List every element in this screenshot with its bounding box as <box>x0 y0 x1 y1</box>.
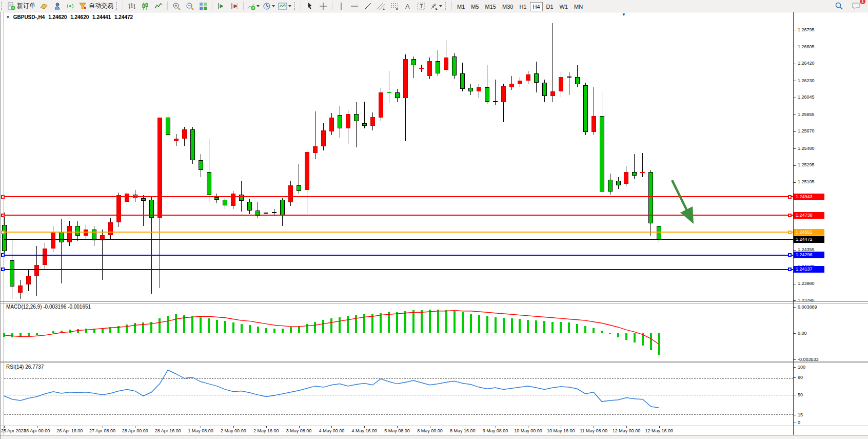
candle-body <box>34 265 39 276</box>
trend-arrow-annotation[interactable] <box>672 180 692 220</box>
zoom-out-button[interactable] <box>183 1 196 12</box>
new-order-button[interactable]: 新订单 <box>6 1 37 12</box>
candle-body <box>403 59 408 98</box>
time-tick <box>70 426 70 428</box>
toolbar-drag-handle[interactable] <box>445 2 448 10</box>
candle-chart-button[interactable] <box>139 1 152 12</box>
toolbar-drag-handle[interactable] <box>116 2 120 10</box>
time-tick-label: 12 May 00:00 <box>613 428 641 433</box>
line-chart-button[interactable] <box>152 1 165 12</box>
candle-body <box>608 180 613 192</box>
svg-text:E: E <box>383 7 385 10</box>
svg-text:T: T <box>420 3 423 9</box>
crosshair-button[interactable] <box>317 1 330 12</box>
chart-shift-button[interactable] <box>228 1 241 12</box>
price-tick-label: 1.25295 <box>798 162 815 167</box>
line-anchor-marker[interactable] <box>788 195 792 199</box>
candle-body <box>2 225 7 251</box>
rsi-axis-label: 100 <box>798 365 805 370</box>
auto-scroll-button[interactable] <box>214 1 228 12</box>
panel-splitter[interactable] <box>0 362 868 363</box>
ohlc-close: 1.24472 <box>114 14 133 20</box>
timeframe-m1[interactable]: M1 <box>455 2 467 11</box>
window-bottom-strip <box>0 435 868 439</box>
templates-button[interactable] <box>277 1 293 12</box>
timeframe-h4[interactable]: H4 <box>530 2 542 11</box>
horizontal-level-line[interactable] <box>4 215 793 216</box>
panel-splitter[interactable] <box>0 303 868 303</box>
candle-body <box>174 139 179 141</box>
candle-body <box>297 185 301 191</box>
rsi-value: 26.7737 <box>25 364 44 370</box>
candle-body <box>305 152 309 190</box>
time-tick <box>331 426 332 428</box>
channel-button[interactable]: E <box>374 1 388 12</box>
vertical-line-icon <box>338 2 345 10</box>
time-tick <box>233 426 234 428</box>
profile-button[interactable] <box>50 1 64 12</box>
vertical-line-button[interactable] <box>334 1 348 12</box>
timeframe-mn[interactable]: MN <box>571 2 585 11</box>
time-tick-label: 26 Apr 16:00 <box>56 428 83 433</box>
timeframe-d1[interactable]: D1 <box>544 2 556 11</box>
text-button[interactable]: A <box>401 1 415 12</box>
macd-histogram-bar <box>257 327 259 333</box>
candle-body <box>247 202 252 211</box>
macd-axis-label: 0.00 <box>798 331 807 336</box>
candle-body <box>280 200 285 215</box>
periods-button[interactable] <box>261 1 277 12</box>
price-tick-label: 1.26605 <box>798 44 815 49</box>
macd-histogram-bar <box>642 333 644 346</box>
horizontal-level-line[interactable] <box>4 269 793 270</box>
chart-shift-marker[interactable]: ▼ <box>622 12 626 17</box>
candle-body <box>108 222 113 235</box>
toolbar-drag-handle[interactable] <box>294 2 298 10</box>
trendline-button[interactable] <box>361 1 374 12</box>
candle-body <box>59 232 64 242</box>
title-dropdown-icon[interactable]: ▼ <box>6 15 10 19</box>
zoom-in-button[interactable] <box>170 1 183 12</box>
fibonacci-button[interactable]: F <box>388 1 401 12</box>
panel-splitter[interactable] <box>0 361 868 361</box>
polyline-icon <box>154 2 163 10</box>
time-tick <box>430 426 430 428</box>
market-watch-button[interactable] <box>37 1 50 12</box>
rsi-axis-label: 50 <box>798 392 803 397</box>
tile-windows-button[interactable] <box>196 1 210 12</box>
arrows-button[interactable] <box>428 1 444 12</box>
timeframe-h1[interactable]: H1 <box>517 2 529 11</box>
window-grid-icon <box>199 2 207 10</box>
line-anchor-marker[interactable] <box>788 214 792 217</box>
auto-trading-button[interactable]: 自动交易 <box>77 1 115 12</box>
line-anchor-marker[interactable] <box>788 253 792 257</box>
horizontal-level-line[interactable] <box>4 196 793 197</box>
macd-histogram-bar <box>593 328 595 333</box>
timeframe-m5[interactable]: M5 <box>468 2 481 11</box>
macd-histogram-bar <box>363 314 365 333</box>
macd-histogram-bar <box>584 326 586 333</box>
panel-splitter[interactable] <box>0 301 868 302</box>
horizontal-line-button[interactable] <box>348 1 361 12</box>
text-label-button[interactable]: T <box>415 1 428 12</box>
notifications-button[interactable]: 1 <box>850 1 863 12</box>
search-button[interactable] <box>832 1 845 12</box>
macd-histogram-bar <box>282 329 284 333</box>
horizontal-level-line[interactable] <box>4 232 793 233</box>
toolbar-separator <box>451 2 452 10</box>
timeframe-m15[interactable]: M15 <box>483 2 499 11</box>
horizontal-level-line[interactable] <box>4 255 793 256</box>
cursor-button[interactable] <box>303 1 317 12</box>
price-tick-label: 1.25480 <box>798 146 815 151</box>
signals-button[interactable] <box>64 1 77 12</box>
time-tick-label: 4 May 00:00 <box>319 428 345 433</box>
timeframe-w1[interactable]: W1 <box>557 2 571 11</box>
timeframe-m30[interactable]: M30 <box>500 2 516 11</box>
toolbar-drag-handle[interactable] <box>1 2 5 10</box>
new-order-icon <box>7 2 15 10</box>
line-anchor-marker[interactable] <box>788 231 792 234</box>
bar-chart-button[interactable] <box>125 1 139 12</box>
rsi-line <box>4 370 659 408</box>
line-anchor-marker[interactable] <box>788 268 792 271</box>
indicators-button[interactable] <box>246 1 261 12</box>
window-bottom-border <box>0 435 868 435</box>
